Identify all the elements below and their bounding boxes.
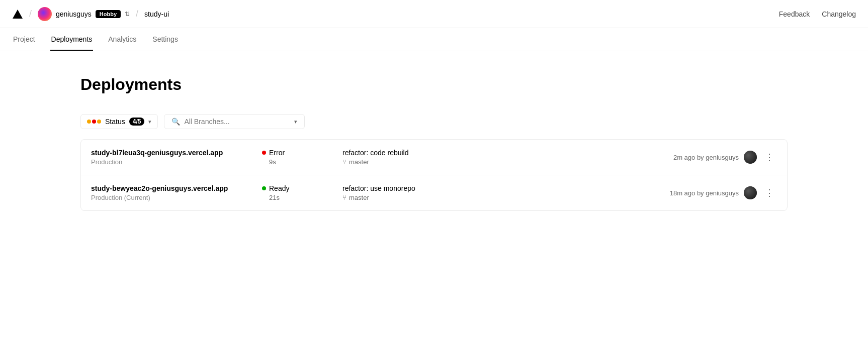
dot-yellow bbox=[87, 120, 91, 124]
deployment-commit-1: refactor: code rebuild ⑂ master bbox=[342, 149, 626, 166]
top-bar-left: / geniusguys Hobby ⇅ / study-ui bbox=[12, 7, 169, 21]
commit-branch-1: ⑂ master bbox=[342, 158, 626, 166]
status-dots bbox=[87, 120, 101, 124]
status-text-2: Ready bbox=[269, 184, 289, 192]
branch-icon-2: ⑂ bbox=[342, 194, 346, 201]
deployment-url-1[interactable]: study-bl7leua3q-geniusguys.vercel.app bbox=[91, 149, 223, 157]
account-chevron-icon[interactable]: ⇅ bbox=[125, 11, 130, 18]
deployment-info-2: study-bewyeac2o-geniusguys.vercel.app Pr… bbox=[91, 184, 262, 201]
committer-avatar-2 bbox=[744, 186, 757, 199]
dot-red bbox=[92, 120, 96, 124]
page-title: Deployments bbox=[80, 75, 788, 94]
svg-marker-0 bbox=[13, 10, 23, 19]
commit-message-1: refactor: code rebuild bbox=[342, 149, 626, 157]
status-indicator-ready bbox=[262, 186, 266, 190]
commit-message-2: refactor: use monorepo bbox=[342, 184, 626, 192]
commit-branch-2: ⑂ master bbox=[342, 194, 626, 201]
deployment-meta-1: 2m ago by geniusguys ⋮ bbox=[626, 151, 777, 164]
status-row-1: Error bbox=[262, 149, 342, 157]
tab-analytics[interactable]: Analytics bbox=[107, 28, 137, 51]
hobby-badge: Hobby bbox=[96, 10, 121, 18]
branch-chevron-icon: ▾ bbox=[294, 119, 297, 125]
project-name-label[interactable]: study-ui bbox=[144, 10, 169, 18]
status-text-1: Error bbox=[269, 149, 285, 157]
table-row: study-bl7leua3q-geniusguys.vercel.app Pr… bbox=[81, 140, 787, 175]
sub-nav: Project Deployments Analytics Settings bbox=[0, 28, 868, 51]
status-indicator-error bbox=[262, 151, 266, 155]
deployment-env-2: Production (Current) bbox=[91, 194, 262, 201]
status-duration-2: 21s bbox=[262, 194, 342, 201]
feedback-link[interactable]: Feedback bbox=[779, 10, 810, 18]
status-duration-1: 9s bbox=[262, 158, 342, 166]
status-count-badge: 4/5 bbox=[129, 118, 145, 126]
deployment-status-1: Error 9s bbox=[262, 149, 342, 166]
separator-2: / bbox=[136, 9, 138, 19]
branch-icon-1: ⑂ bbox=[342, 158, 346, 166]
branch-name-2: master bbox=[349, 194, 369, 201]
deployment-info-1: study-bl7leua3q-geniusguys.vercel.app Pr… bbox=[91, 149, 262, 166]
branch-filter-container[interactable]: 🔍 ▾ bbox=[164, 114, 305, 129]
username-label: geniusguys bbox=[56, 10, 92, 18]
status-filter-label: Status bbox=[105, 118, 125, 126]
deployment-url-2[interactable]: study-bewyeac2o-geniusguys.vercel.app bbox=[91, 184, 228, 192]
meta-time-1: 2m ago by geniusguys bbox=[673, 154, 739, 161]
top-bar: / geniusguys Hobby ⇅ / study-ui Feedback… bbox=[0, 0, 868, 28]
status-row-2: Ready bbox=[262, 184, 342, 192]
branch-name-1: master bbox=[349, 158, 369, 166]
changelog-link[interactable]: Changelog bbox=[822, 10, 856, 18]
branch-search-input[interactable] bbox=[184, 118, 290, 126]
dot-orange bbox=[97, 120, 101, 124]
status-filter-button[interactable]: Status 4/5 ▾ bbox=[80, 114, 158, 129]
deployments-list: study-bl7leua3q-geniusguys.vercel.app Pr… bbox=[80, 139, 788, 211]
tab-project[interactable]: Project bbox=[12, 28, 36, 51]
separator-1: / bbox=[29, 9, 32, 19]
main-content: Deployments Status 4/5 ▾ 🔍 ▾ study-bl7le… bbox=[0, 51, 868, 235]
deployment-commit-2: refactor: use monorepo ⑂ master bbox=[342, 184, 626, 201]
more-options-button-1[interactable]: ⋮ bbox=[762, 151, 777, 164]
filter-bar: Status 4/5 ▾ 🔍 ▾ bbox=[80, 114, 788, 129]
meta-time-2: 18m ago by geniusguys bbox=[670, 189, 739, 197]
top-bar-right: Feedback Changelog bbox=[779, 10, 856, 18]
more-options-button-2[interactable]: ⋮ bbox=[762, 186, 777, 199]
vercel-logo[interactable] bbox=[12, 9, 23, 20]
status-chevron-icon: ▾ bbox=[148, 119, 151, 125]
tab-deployments[interactable]: Deployments bbox=[50, 28, 94, 51]
deployment-env-1: Production bbox=[91, 158, 262, 166]
user-avatar[interactable] bbox=[38, 7, 52, 21]
deployment-status-2: Ready 21s bbox=[262, 184, 342, 201]
search-icon: 🔍 bbox=[171, 118, 180, 126]
deployment-meta-2: 18m ago by geniusguys ⋮ bbox=[626, 186, 777, 199]
table-row: study-bewyeac2o-geniusguys.vercel.app Pr… bbox=[81, 175, 787, 210]
committer-avatar-1 bbox=[744, 151, 757, 164]
tab-settings[interactable]: Settings bbox=[151, 28, 179, 51]
